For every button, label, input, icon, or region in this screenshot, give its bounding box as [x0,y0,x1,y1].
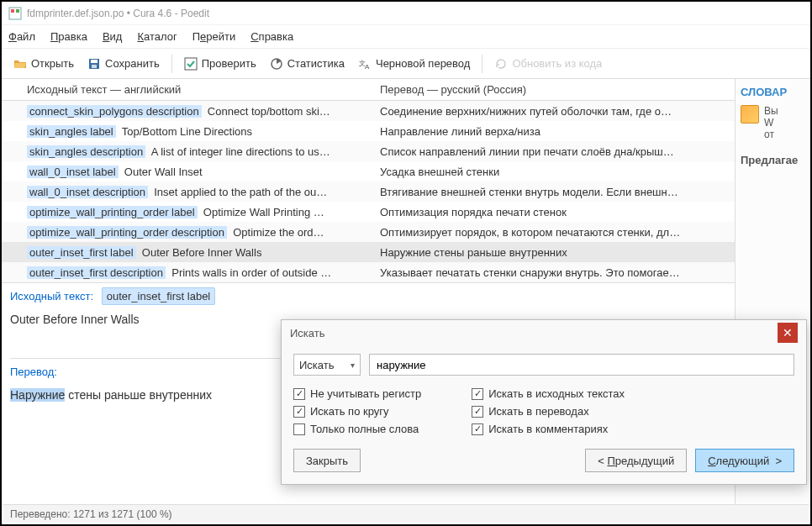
check-in-source[interactable]: ✓Искать в исходных текстах [472,387,625,400]
folder-open-icon [13,57,27,71]
dictionary-heading: СЛОВАР [741,86,805,98]
close-button[interactable]: ✕ [778,323,798,343]
check-in-trans[interactable]: ✓Искать в переводах [472,405,625,418]
menu-view[interactable]: Вид [103,30,123,43]
pie-icon [270,57,283,71]
floppy-icon [87,57,101,71]
status-text: Переведено: 1271 из 1271 (100 %) [10,508,172,520]
table-row[interactable]: outer_inset_first label Outer Before Inn… [2,242,735,262]
table-row[interactable]: outer_inset_first description Prints wal… [2,262,735,282]
chevron-down-icon: ▾ [351,360,355,370]
svg-rect-1 [11,9,14,13]
check-ignore-case[interactable]: ✓Не учитывать регистр [293,387,421,400]
refresh-icon [494,57,508,71]
table-header: Исходный текст — английский Перевод — ру… [2,79,735,101]
toolbar: Открыть Сохранить Проверить Статистика 文… [2,49,810,79]
suggest-heading: Предлагае [741,154,805,166]
update-button: Обновить из кода [489,54,607,74]
app-icon [8,7,22,20]
check-wrap[interactable]: ✓Искать по кругу [293,405,421,418]
translation-label: Перевод: [10,366,57,378]
source-key: outer_inset_first label [102,287,216,305]
close-icon: ✕ [783,326,793,339]
menu-edit[interactable]: Правка [50,30,87,43]
table-row[interactable]: wall_0_inset label Outer Wall InsetУсадк… [2,161,735,181]
svg-rect-4 [91,60,98,63]
svg-rect-6 [185,58,197,70]
check-whole[interactable]: Только полные слова [293,423,421,435]
toolbar-separator [482,55,482,73]
menu-go[interactable]: Перейти [192,30,236,43]
find-close-button[interactable]: Закрыть [293,449,361,472]
statusbar: Переведено: 1271 из 1271 (100 %) [3,504,809,523]
svg-rect-2 [16,9,19,13]
check-in-comments[interactable]: ✓Искать в комментариях [472,423,625,435]
col-translation[interactable]: Перевод — русский (Россия) [372,83,735,96]
table-row[interactable]: skin_angles description A list of intege… [2,141,735,161]
open-button[interactable]: Открыть [8,54,79,74]
table-row[interactable]: connect_skin_polygons description Connec… [2,101,735,121]
pretranslate-button[interactable]: 文A Черновой перевод [353,54,475,74]
menu-file[interactable]: Файл [8,30,35,43]
svg-rect-5 [92,65,97,68]
table-row[interactable]: optimize_wall_printing_order label Optim… [2,202,735,222]
find-prev-button[interactable]: < Предыдущий [585,449,687,472]
col-source[interactable]: Исходный текст — английский [2,83,372,96]
find-dialog: Искать ✕ Искать ▾ ✓Не учитывать регистр … [281,319,807,485]
stats-button[interactable]: Статистика [265,54,350,74]
table-row[interactable]: optimize_wall_printing_order description… [2,222,735,242]
table-row[interactable]: skin_angles label Top/Bottom Line Direct… [2,121,735,141]
toolbar-separator [171,55,172,73]
menubar: Файл Правка Вид Каталог Перейти Справка [2,25,810,49]
menu-catalog[interactable]: Каталог [137,30,177,43]
find-next-button[interactable]: Следующий > [695,449,794,472]
find-input[interactable] [369,354,794,376]
titlebar: fdmprinter.def.json.po • Cura 4.6 - Poed… [2,2,810,25]
find-mode-select[interactable]: Искать ▾ [293,354,361,376]
check-button[interactable]: Проверить [179,54,261,74]
source-label: Исходный текст: [10,290,93,302]
table-row[interactable]: wall_0_inset description Inset applied t… [2,181,735,202]
svg-text:A: A [365,63,370,71]
window-title: fdmprinter.def.json.po • Cura 4.6 - Poed… [27,8,209,19]
check-icon [184,57,198,71]
find-title: Искать [290,327,325,339]
menu-help[interactable]: Справка [250,30,293,43]
translate-icon: 文A [358,57,372,71]
save-button[interactable]: Сохранить [82,54,165,74]
dict-icon [741,105,759,124]
